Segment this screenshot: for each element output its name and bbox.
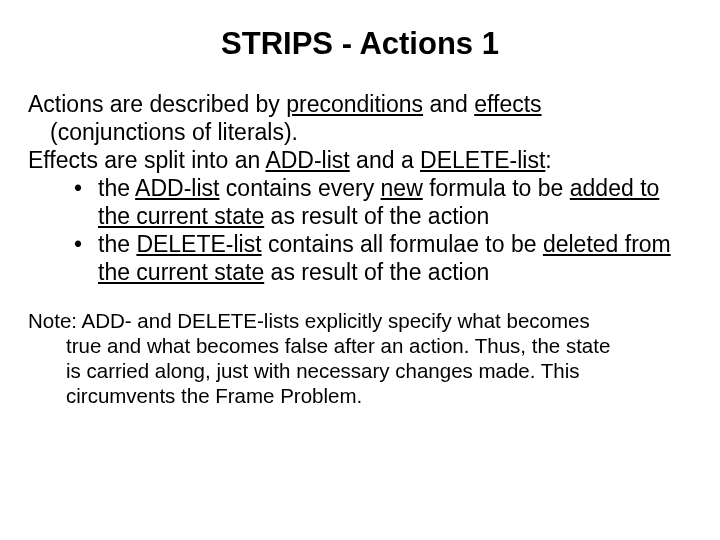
text: the — [98, 175, 135, 201]
slide-body: Actions are described by preconditions a… — [28, 90, 692, 408]
slide: STRIPS - Actions 1 Actions are described… — [0, 0, 720, 540]
note-line: Note: ADD- and DELETE-lists explicitly s… — [28, 308, 692, 333]
note-paragraph: Note: ADD- and DELETE-lists explicitly s… — [28, 308, 692, 408]
text: as result of the action — [264, 203, 489, 229]
note-line: is carried along, just with necessary ch… — [28, 358, 692, 383]
list-item: the ADD-list contains every new formula … — [74, 174, 692, 230]
underline-preconditions: preconditions — [286, 91, 423, 117]
text-cont: (conjunctions of literals). — [28, 118, 692, 146]
text: as result of the action — [264, 259, 489, 285]
underline-add-list: ADD-list — [135, 175, 219, 201]
text: contains every — [219, 175, 380, 201]
text: and a — [350, 147, 420, 173]
underline-add-list: ADD-list — [265, 147, 349, 173]
note-line: circumvents the Frame Problem. — [28, 383, 692, 408]
underline-effects: effects — [474, 91, 541, 117]
text: formula to be — [423, 175, 570, 201]
slide-title: STRIPS - Actions 1 — [28, 26, 692, 62]
text: contains all formulae to be — [262, 231, 543, 257]
paragraph-effects: Effects are split into an ADD-list and a… — [28, 146, 692, 174]
list-item: the DELETE-list contains all formulae to… — [74, 230, 692, 286]
underline-delete-list: DELETE-list — [420, 147, 545, 173]
underline-new: new — [381, 175, 423, 201]
bullet-list: the ADD-list contains every new formula … — [28, 174, 692, 286]
note-line: true and what becomes false after an act… — [28, 333, 692, 358]
text: : — [545, 147, 551, 173]
underline-delete-list: DELETE-list — [136, 231, 261, 257]
text: the — [98, 231, 136, 257]
text: and — [423, 91, 474, 117]
text: Effects are split into an — [28, 147, 265, 173]
paragraph-actions: Actions are described by preconditions a… — [28, 90, 692, 146]
text: Actions are described by — [28, 91, 286, 117]
